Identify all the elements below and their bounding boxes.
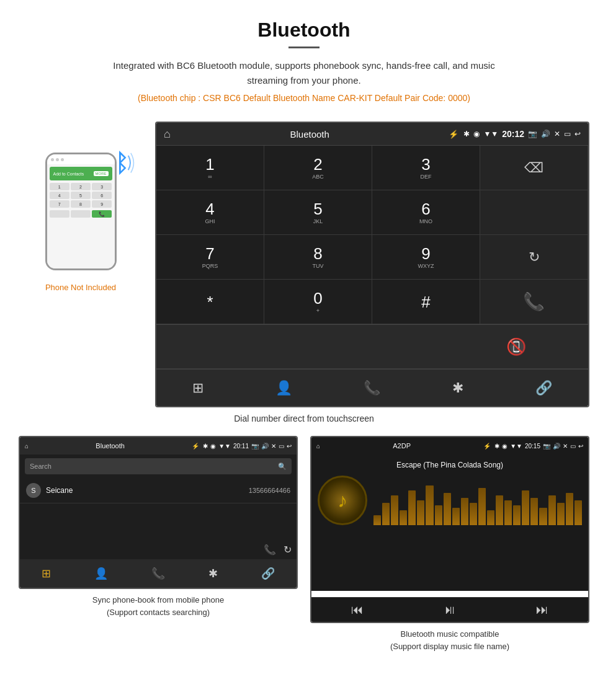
signal-status-icon: ▼▼	[483, 130, 498, 138]
dial-bottom-bar: ⊞ 👤 📞 ✱ 🔗	[156, 369, 588, 406]
music-close-icon[interactable]: ✕	[563, 443, 568, 450]
pb-bottom-bar: ⊞ 👤 📞 ✱ 🔗	[20, 559, 297, 588]
phone-dot	[51, 158, 54, 161]
pb-bt-bottom-icon[interactable]: ✱	[208, 567, 218, 580]
pb-bt-icon: ✱	[203, 443, 208, 450]
dial-number: 1	[205, 156, 214, 172]
dial-number: 2	[313, 156, 322, 172]
music-section: ⌂ A2DP ⚡ ✱ ◉ ▼▼ 20:15 📷 🔊 ✕ ▭ ↩ Escape (…	[310, 436, 589, 652]
dial-letters: +	[316, 308, 320, 314]
dial-key-4[interactable]: 4 GHI	[156, 190, 264, 235]
car-dial-screen: ⌂ Bluetooth ⚡ ✱ ◉ ▼▼ 20:12 📷 🔊 ✕ ▭ ↩ 1 ∞	[155, 122, 589, 407]
pb-home-icon[interactable]: ⌂	[25, 443, 29, 450]
dial-number: 0	[313, 290, 322, 306]
dial-number: #	[421, 294, 430, 310]
pb-close-icon[interactable]: ✕	[271, 443, 276, 450]
dial-call-cell[interactable]: 📞	[480, 280, 588, 324]
music-song-title: Escape (The Pina Colada Song)	[396, 461, 503, 469]
pb-back-icon[interactable]: ↩	[287, 443, 292, 450]
phonebook-section: ⌂ Bluetooth ⚡ ✱ ◉ ▼▼ 20:11 📷 🔊 ✕ ▭ ↩	[19, 436, 298, 652]
phone-bottom-icon[interactable]: 📞	[364, 380, 380, 396]
music-statusbar: ⌂ A2DP ⚡ ✱ ◉ ▼▼ 20:15 📷 🔊 ✕ ▭ ↩	[311, 437, 588, 454]
phone-dot	[61, 158, 64, 161]
pb-grid-icon[interactable]: ⊞	[42, 567, 51, 580]
music-time: 20:15	[525, 443, 540, 450]
volume-status-icon: 🔊	[541, 130, 550, 138]
music-usb-icon: ⚡	[483, 443, 491, 450]
search-icon: 🔍	[278, 463, 287, 471]
dial-letters: GHI	[205, 218, 215, 224]
phonebook-caption-line2: (Support contacts searching)	[107, 608, 210, 617]
music-win-icon: ▭	[570, 443, 576, 450]
phone-key-8: 8	[71, 200, 91, 208]
dial-letters: ABC	[312, 174, 324, 180]
contacts-icon[interactable]: 👤	[275, 380, 292, 396]
phone-key-9: 9	[92, 200, 112, 208]
music-caption-line1: Bluetooth music compatible	[401, 629, 499, 639]
camera-status-icon: 📷	[528, 130, 537, 138]
bluetooth-bottom-icon[interactable]: ✱	[452, 380, 463, 396]
pb-sig-icon: ▼▼	[218, 443, 231, 450]
pb-contact-row[interactable]: S Seicane 13566664466	[20, 478, 297, 503]
pb-person-icon[interactable]: 👤	[94, 567, 108, 580]
dial-screen-title: Bluetooth	[176, 129, 444, 140]
pb-contact-name: Seicane	[46, 486, 249, 495]
page-header: Bluetooth Integrated with BC6 Bluetooth …	[0, 0, 608, 122]
music-back-icon[interactable]: ↩	[578, 443, 583, 450]
prev-button[interactable]: ⏮	[351, 603, 364, 617]
phone-key-4: 4	[50, 192, 69, 199]
dial-empty-cell-1	[480, 190, 588, 235]
music-home-icon[interactable]: ⌂	[316, 443, 320, 450]
pb-link-bottom-icon[interactable]: 🔗	[261, 567, 275, 580]
dialpad-icon[interactable]: ⊞	[192, 380, 203, 396]
dial-number: 9	[421, 246, 430, 262]
phone-key-0	[71, 210, 91, 218]
link-icon[interactable]: 🔗	[535, 380, 552, 396]
close-status-icon[interactable]: ✕	[554, 130, 560, 138]
dial-key-0[interactable]: 0 +	[264, 280, 372, 324]
dial-key-8[interactable]: 8 TUV	[264, 235, 372, 280]
pb-refresh-action-icon[interactable]: ↻	[284, 544, 292, 556]
dial-backspace-cell[interactable]: ⌫	[480, 146, 588, 190]
dial-refresh-cell[interactable]: ↻	[480, 235, 588, 280]
phone-body: Add to Contacts MORE 1 2 3 4 5 6 7 8 9	[45, 153, 117, 270]
phone-bottom-row: 📞	[50, 210, 112, 218]
dial-key-hash[interactable]: #	[372, 280, 480, 324]
phone-more-btn: MORE	[94, 171, 109, 176]
pb-loc-icon: ◉	[210, 443, 216, 450]
home-icon[interactable]: ⌂	[164, 128, 171, 141]
dial-key-3[interactable]: 3 DEF	[372, 146, 480, 190]
dial-letters: JKL	[313, 218, 323, 224]
dial-key-7[interactable]: 7 PQRS	[156, 235, 264, 280]
bottom-row: ⌂ Bluetooth ⚡ ✱ ◉ ▼▼ 20:11 📷 🔊 ✕ ▭ ↩	[0, 436, 608, 671]
pb-search-input[interactable]: Search 🔍	[25, 458, 292, 474]
pb-phone-icon[interactable]: 📞	[151, 567, 165, 580]
pb-search-area: Search 🔍	[20, 454, 297, 478]
phone-key-7: 7	[50, 200, 69, 208]
dial-key-1[interactable]: 1 ∞	[156, 146, 264, 190]
dial-key-6[interactable]: 6 MNO	[372, 190, 480, 235]
dial-key-9[interactable]: 9 WXYZ	[372, 235, 480, 280]
back-status-icon[interactable]: ↩	[574, 130, 581, 138]
play-pause-button[interactable]: ⏯	[444, 603, 456, 617]
pb-search-placeholder: Search	[30, 463, 278, 470]
main-section: Add to Contacts MORE 1 2 3 4 5 6 7 8 9	[0, 122, 608, 407]
pb-usb-icon: ⚡	[192, 443, 199, 450]
music-caption: Bluetooth music compatible (Support disp…	[390, 628, 509, 652]
phone-key-5: 5	[71, 192, 91, 199]
dial-key-5[interactable]: 5 JKL	[264, 190, 372, 235]
dial-key-2[interactable]: 2 ABC	[264, 146, 372, 190]
next-button[interactable]: ⏭	[536, 603, 548, 617]
backspace-icon: ⌫	[524, 160, 543, 176]
page-description: Integrated with BC6 Bluetooth module, su…	[93, 58, 515, 88]
dial-letters: TUV	[313, 263, 324, 269]
pb-call-action-icon[interactable]: 📞	[264, 544, 276, 556]
dial-number: 3	[421, 156, 430, 172]
phone-wrapper: Add to Contacts MORE 1 2 3 4 5 6 7 8 9	[37, 146, 124, 277]
dial-letters: DEF	[421, 174, 432, 180]
end-call-icon[interactable]: 📵	[445, 337, 588, 357]
dial-key-star[interactable]: *	[156, 280, 264, 324]
music-sig-icon: ▼▼	[510, 443, 522, 450]
pb-contact-number: 13566664466	[249, 487, 290, 494]
dial-number: 7	[205, 246, 214, 262]
